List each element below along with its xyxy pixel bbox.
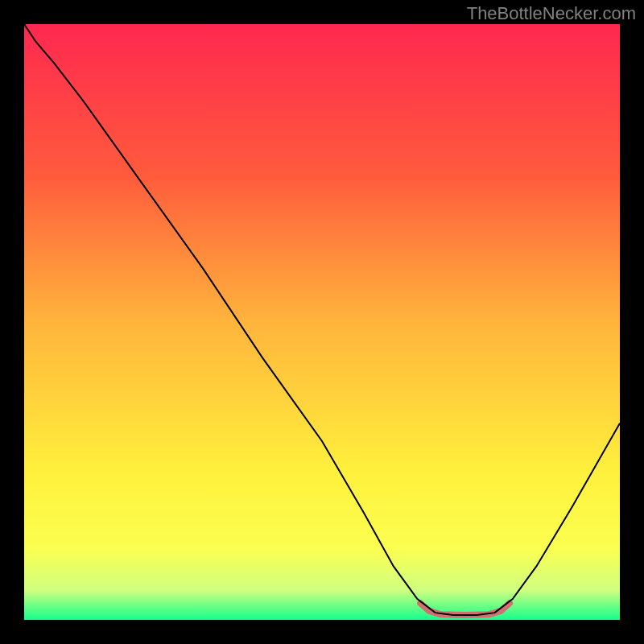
bottom-highlight-line (420, 603, 510, 615)
watermark-text: TheBottleNecker.com (467, 3, 636, 24)
bottleneck-curve-line (24, 24, 620, 615)
curve-overlay (24, 24, 620, 620)
chart-area (24, 24, 620, 620)
